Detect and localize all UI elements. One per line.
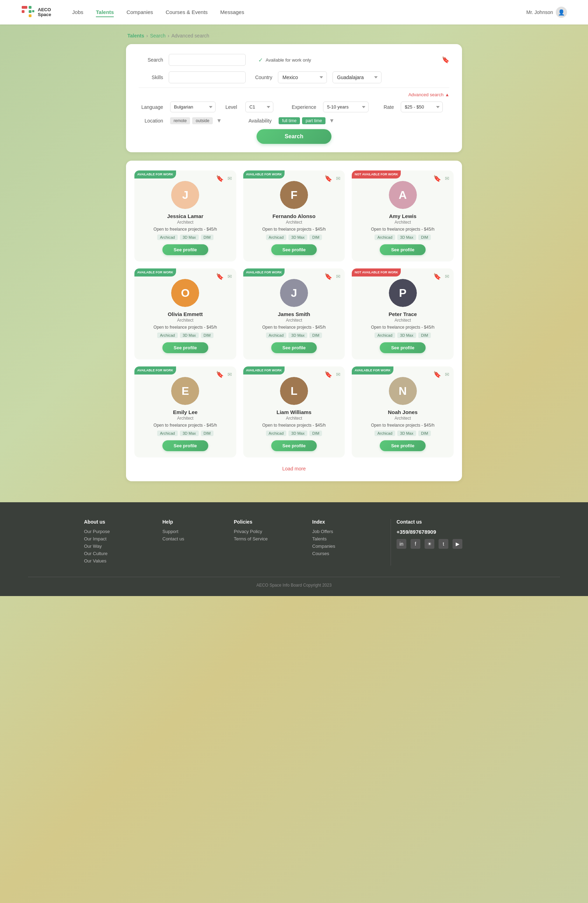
search-button[interactable]: Search (256, 129, 331, 144)
bookmark-button[interactable]: 🔖 (324, 273, 332, 280)
nav-messages[interactable]: Messages (220, 8, 244, 17)
talent-card: AVAILABLE FOR WORK 🔖 ✉ J James Smith Arc… (243, 269, 345, 359)
skill-tag: Archicad (266, 234, 287, 240)
skills-label: Skills (138, 74, 163, 80)
footer-policies-link-0[interactable]: Privacy Policy (234, 529, 304, 534)
avail-tag-parttime[interactable]: part time (302, 117, 325, 124)
nav-user[interactable]: Mr. Johnson 👤 (527, 7, 567, 18)
mail-button[interactable]: ✉ (336, 175, 341, 182)
skill-tag: Archicad (266, 431, 287, 436)
breadcrumb-talents[interactable]: Talents (127, 33, 144, 38)
nav-jobs[interactable]: Jobs (72, 8, 83, 17)
skill-tag: Archicad (374, 332, 395, 338)
footer-index-link-2[interactable]: Companies (312, 544, 382, 549)
bookmark-button[interactable]: 🔖 (433, 273, 441, 280)
location-dropdown-icon[interactable]: ▼ (216, 118, 222, 124)
twitter-icon[interactable]: t (439, 539, 448, 549)
bookmark-icon[interactable]: 🔖 (442, 56, 450, 64)
see-profile-button[interactable]: See profile (271, 440, 317, 451)
footer-about-link-3[interactable]: Our Culture (84, 551, 154, 556)
mail-button[interactable]: ✉ (336, 371, 341, 378)
footer-contact: Contact us +359/897678909 in f ☀ t ▶ (391, 519, 504, 566)
avail-tag-fulltime[interactable]: full time (278, 117, 300, 124)
bookmark-button[interactable]: 🔖 (324, 175, 332, 182)
bookmark-button[interactable]: 🔖 (433, 175, 441, 182)
logo-text-bot: Space (38, 12, 51, 17)
availability-dropdown-icon[interactable]: ▼ (329, 118, 335, 124)
nav-courses[interactable]: Courses & Events (165, 8, 208, 17)
nav-talents[interactable]: Talents (96, 8, 114, 17)
location-tag-remote[interactable]: remote (170, 117, 190, 124)
see-profile-button[interactable]: See profile (271, 342, 317, 353)
nav-companies[interactable]: Companies (126, 8, 153, 17)
footer-about-link-1[interactable]: Our Impact (84, 536, 154, 541)
footer-policies: Policies Privacy Policy Terms of Service (234, 519, 304, 566)
avatar-circle: E (171, 377, 199, 405)
footer-about-link-0[interactable]: Our Purpose (84, 529, 154, 534)
footer-help-link-0[interactable]: Support (162, 529, 225, 534)
mail-button[interactable]: ✉ (336, 273, 341, 280)
available-check[interactable]: ✓ Available for work only (258, 57, 311, 63)
see-profile-button[interactable]: See profile (162, 342, 208, 353)
load-more-link[interactable]: Load more (134, 466, 454, 472)
mail-button[interactable]: ✉ (445, 371, 450, 378)
talent-card: AVAILABLE FOR WORK 🔖 ✉ O Olivia Emmett A… (134, 269, 236, 359)
navbar: AECO Space Jobs Talents Companies Course… (0, 0, 588, 25)
breadcrumb-search[interactable]: Search (150, 33, 165, 38)
card-rate: Open to freelance projects - $45/h (371, 325, 434, 330)
see-profile-button[interactable]: See profile (380, 342, 425, 353)
see-profile-button[interactable]: See profile (380, 440, 425, 451)
skills-input[interactable] (169, 71, 246, 83)
mail-button[interactable]: ✉ (228, 273, 232, 280)
bookmark-button[interactable]: 🔖 (216, 371, 224, 378)
mail-button[interactable]: ✉ (228, 371, 232, 378)
see-profile-button[interactable]: See profile (380, 244, 425, 255)
location-tag-outside[interactable]: outside (192, 117, 213, 124)
availability-tags: full time part time ▼ (278, 117, 335, 124)
bookmark-button[interactable]: 🔖 (433, 371, 441, 378)
mail-button[interactable]: ✉ (228, 175, 232, 182)
footer-index-link-1[interactable]: Talents (312, 536, 382, 541)
talent-card: NOT AVAILABLE FOR WORK 🔖 ✉ A Amy Lewis A… (352, 170, 454, 261)
footer-about-link-2[interactable]: Our Way (84, 544, 154, 549)
youtube-icon[interactable]: ▶ (453, 539, 462, 549)
footer-help-title: Help (162, 519, 225, 525)
language-select[interactable]: Bulgarian (170, 102, 215, 112)
avatar-circle: J (171, 181, 199, 209)
see-profile-button[interactable]: See profile (162, 244, 208, 255)
linkedin-icon[interactable]: in (396, 539, 406, 549)
level-select[interactable]: C1 (245, 102, 274, 112)
skill-tag: DIM (310, 431, 322, 436)
see-profile-button[interactable]: See profile (271, 244, 317, 255)
bookmark-button[interactable]: 🔖 (216, 175, 224, 182)
search-panel: Search ✓ Available for work only 🔖 Skill… (126, 44, 462, 152)
mail-button[interactable]: ✉ (445, 273, 450, 280)
footer-index-link-0[interactable]: Job Offers (312, 529, 382, 534)
advanced-search-link[interactable]: Advanced search ▲ (138, 92, 450, 97)
footer-help-link-1[interactable]: Contact us (162, 536, 225, 541)
country-select[interactable]: Mexico (278, 71, 327, 83)
city-select[interactable]: Guadalajara (332, 71, 382, 83)
footer-index-title: Index (312, 519, 382, 525)
instagram-icon[interactable]: ☀ (424, 539, 434, 549)
svg-rect-3 (29, 10, 31, 13)
footer-contact-title: Contact us (396, 519, 504, 525)
logo[interactable]: AECO Space (21, 5, 51, 19)
rate-select[interactable]: $25 - $50 (401, 102, 443, 112)
talent-card: NOT AVAILABLE FOR WORK 🔖 ✉ P Peter Trace… (352, 269, 454, 359)
footer-policies-link-1[interactable]: Terms of Service (234, 536, 304, 541)
skill-tag: 3D Max (397, 332, 416, 338)
availability-badge: AVAILABLE FOR WORK (134, 170, 176, 178)
facebook-icon[interactable]: f (410, 539, 420, 549)
bookmark-button[interactable]: 🔖 (216, 273, 224, 280)
see-profile-button[interactable]: See profile (162, 440, 208, 451)
footer-index-link-3[interactable]: Courses (312, 551, 382, 556)
mail-button[interactable]: ✉ (445, 175, 450, 182)
footer-policies-title: Policies (234, 519, 304, 525)
footer-about-link-4[interactable]: Our Values (84, 558, 154, 563)
experience-select[interactable]: 5-10 years (323, 102, 369, 112)
bookmark-button[interactable]: 🔖 (324, 371, 332, 378)
search-input[interactable] (169, 54, 246, 66)
skill-tag: DIM (201, 234, 214, 240)
availability-badge: AVAILABLE FOR WORK (243, 367, 285, 374)
